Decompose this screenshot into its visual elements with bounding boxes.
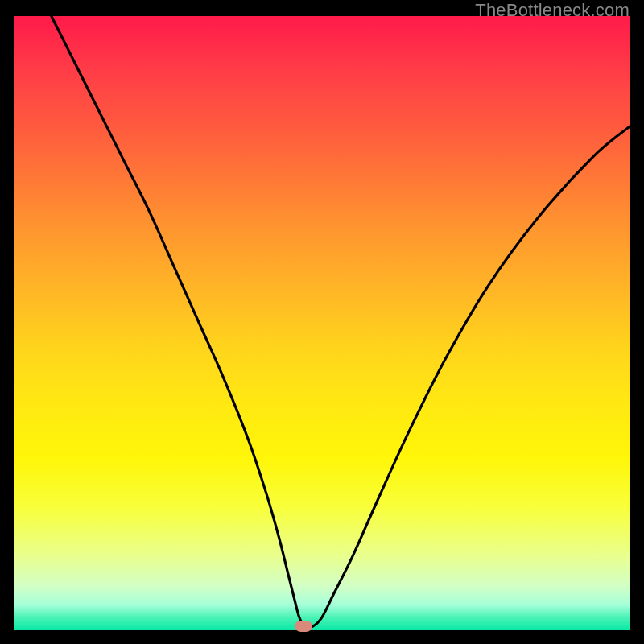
optimal-point-marker [295,621,312,632]
curve-svg [14,16,630,630]
plot-area [14,16,630,630]
chart-container: TheBottleneck.com [0,0,644,644]
bottleneck-curve [52,16,630,628]
